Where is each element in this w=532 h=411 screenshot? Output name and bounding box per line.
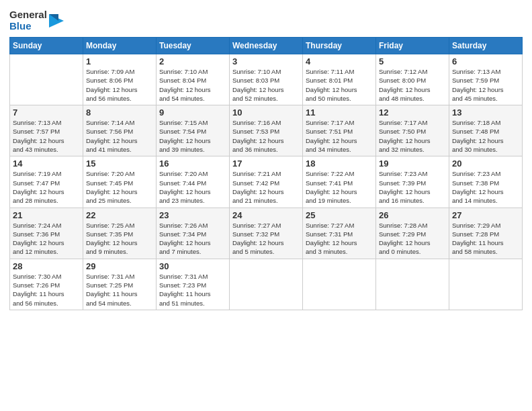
calendar-cell: 13Sunrise: 7:18 AMSunset: 7:48 PMDayligh… [449, 105, 523, 156]
calendar-cell [230, 259, 303, 310]
cell-info-text: Sunrise: 7:13 AMSunset: 7:57 PMDaylight:… [13, 118, 80, 154]
cell-day-number: 27 [452, 210, 519, 220]
calendar-cell: 8Sunrise: 7:14 AMSunset: 7:56 PMDaylight… [83, 105, 157, 156]
cell-day-number: 14 [13, 158, 80, 169]
calendar-cell: 4Sunrise: 7:11 AMSunset: 8:01 PMDaylight… [303, 54, 376, 105]
cell-info-text: Sunrise: 7:10 AMSunset: 8:03 PMDaylight:… [232, 67, 300, 103]
cell-day-number: 17 [232, 158, 300, 169]
cell-day-number: 26 [379, 210, 446, 220]
calendar-cell: 10Sunrise: 7:16 AMSunset: 7:53 PMDayligh… [230, 105, 303, 156]
cell-info-text: Sunrise: 7:17 AMSunset: 7:50 PMDaylight:… [379, 118, 446, 154]
calendar-cell: 17Sunrise: 7:21 AMSunset: 7:42 PMDayligh… [230, 156, 303, 208]
cell-info-text: Sunrise: 7:24 AMSunset: 7:36 PMDaylight:… [13, 221, 80, 257]
cell-info-text: Sunrise: 7:12 AMSunset: 8:00 PMDaylight:… [379, 67, 446, 103]
calendar-day-header: Saturday [449, 38, 523, 54]
calendar-cell: 2Sunrise: 7:10 AMSunset: 8:04 PMDaylight… [157, 54, 230, 105]
calendar-cell: 16Sunrise: 7:20 AMSunset: 7:44 PMDayligh… [157, 156, 230, 208]
cell-day-number: 24 [232, 210, 300, 220]
calendar-cell: 21Sunrise: 7:24 AMSunset: 7:36 PMDayligh… [10, 208, 83, 259]
calendar-cell: 28Sunrise: 7:30 AMSunset: 7:26 PMDayligh… [10, 259, 83, 310]
calendar-week-row: 1Sunrise: 7:09 AMSunset: 8:06 PMDaylight… [10, 54, 523, 105]
cell-info-text: Sunrise: 7:25 AMSunset: 7:35 PMDaylight:… [86, 221, 153, 257]
calendar-cell: 29Sunrise: 7:31 AMSunset: 7:25 PMDayligh… [83, 259, 157, 310]
cell-info-text: Sunrise: 7:10 AMSunset: 8:04 PMDaylight:… [159, 67, 226, 103]
calendar-week-row: 14Sunrise: 7:19 AMSunset: 7:47 PMDayligh… [10, 156, 523, 208]
calendar-cell [376, 259, 449, 310]
calendar-cell: 9Sunrise: 7:15 AMSunset: 7:54 PMDaylight… [157, 105, 230, 156]
cell-info-text: Sunrise: 7:31 AMSunset: 7:23 PMDaylight:… [159, 272, 226, 308]
cell-day-number: 18 [306, 158, 373, 169]
calendar-cell [303, 259, 376, 310]
cell-info-text: Sunrise: 7:27 AMSunset: 7:32 PMDaylight:… [232, 221, 300, 257]
calendar-cell: 22Sunrise: 7:25 AMSunset: 7:35 PMDayligh… [83, 208, 157, 259]
cell-info-text: Sunrise: 7:11 AMSunset: 8:01 PMDaylight:… [306, 67, 373, 103]
cell-info-text: Sunrise: 7:20 AMSunset: 7:45 PMDaylight:… [86, 169, 153, 205]
cell-day-number: 20 [452, 158, 519, 169]
calendar-cell: 14Sunrise: 7:19 AMSunset: 7:47 PMDayligh… [10, 156, 83, 208]
cell-day-number: 1 [86, 56, 153, 66]
cell-info-text: Sunrise: 7:28 AMSunset: 7:29 PMDaylight:… [379, 221, 446, 257]
calendar-cell: 23Sunrise: 7:26 AMSunset: 7:34 PMDayligh… [157, 208, 230, 259]
calendar-cell: 18Sunrise: 7:22 AMSunset: 7:41 PMDayligh… [303, 156, 376, 208]
calendar-cell: 6Sunrise: 7:13 AMSunset: 7:59 PMDaylight… [449, 54, 523, 105]
calendar-cell: 1Sunrise: 7:09 AMSunset: 8:06 PMDaylight… [83, 54, 157, 105]
cell-info-text: Sunrise: 7:16 AMSunset: 7:53 PMDaylight:… [232, 118, 300, 154]
cell-info-text: Sunrise: 7:22 AMSunset: 7:41 PMDaylight:… [306, 169, 373, 205]
cell-day-number: 2 [159, 56, 226, 66]
calendar-header-row: SundayMondayTuesdayWednesdayThursdayFrid… [10, 38, 523, 54]
cell-day-number: 7 [13, 107, 80, 118]
calendar-cell: 15Sunrise: 7:20 AMSunset: 7:45 PMDayligh… [83, 156, 157, 208]
calendar-cell: 5Sunrise: 7:12 AMSunset: 8:00 PMDaylight… [376, 54, 449, 105]
calendar-cell: 12Sunrise: 7:17 AMSunset: 7:50 PMDayligh… [376, 105, 449, 156]
cell-day-number: 12 [379, 107, 446, 118]
calendar-day-header: Wednesday [230, 38, 303, 54]
calendar-day-header: Sunday [10, 38, 83, 54]
cell-info-text: Sunrise: 7:15 AMSunset: 7:54 PMDaylight:… [159, 118, 226, 154]
cell-day-number: 15 [86, 158, 153, 169]
cell-day-number: 11 [306, 107, 373, 118]
cell-info-text: Sunrise: 7:17 AMSunset: 7:51 PMDaylight:… [306, 118, 373, 154]
logo-general-text: General [9, 9, 47, 21]
calendar-day-header: Thursday [303, 38, 376, 54]
cell-day-number: 29 [86, 261, 153, 271]
cell-info-text: Sunrise: 7:23 AMSunset: 7:39 PMDaylight:… [379, 169, 446, 205]
logo-blue-text: Blue [9, 21, 47, 32]
cell-day-number: 22 [86, 210, 153, 220]
cell-day-number: 21 [13, 210, 80, 220]
cell-day-number: 25 [306, 210, 373, 220]
calendar-week-row: 21Sunrise: 7:24 AMSunset: 7:36 PMDayligh… [10, 208, 523, 259]
calendar-cell: 20Sunrise: 7:23 AMSunset: 7:38 PMDayligh… [449, 156, 523, 208]
calendar-cell [10, 54, 83, 105]
cell-info-text: Sunrise: 7:30 AMSunset: 7:26 PMDaylight:… [13, 272, 80, 308]
cell-day-number: 3 [232, 56, 300, 66]
cell-info-text: Sunrise: 7:29 AMSunset: 7:28 PMDaylight:… [452, 221, 519, 257]
calendar-cell: 30Sunrise: 7:31 AMSunset: 7:23 PMDayligh… [157, 259, 230, 310]
calendar-cell: 27Sunrise: 7:29 AMSunset: 7:28 PMDayligh… [449, 208, 523, 259]
cell-day-number: 4 [306, 56, 373, 66]
cell-info-text: Sunrise: 7:27 AMSunset: 7:31 PMDaylight:… [306, 221, 373, 257]
calendar-cell: 11Sunrise: 7:17 AMSunset: 7:51 PMDayligh… [303, 105, 376, 156]
calendar-day-header: Tuesday [157, 38, 230, 54]
cell-day-number: 5 [379, 56, 446, 66]
logo-triangle-icon [49, 11, 64, 30]
cell-info-text: Sunrise: 7:20 AMSunset: 7:44 PMDaylight:… [159, 169, 226, 205]
calendar-week-row: 28Sunrise: 7:30 AMSunset: 7:26 PMDayligh… [10, 259, 523, 310]
cell-day-number: 10 [232, 107, 300, 118]
logo: General Blue [9, 9, 64, 32]
cell-info-text: Sunrise: 7:14 AMSunset: 7:56 PMDaylight:… [86, 118, 153, 154]
calendar-cell: 3Sunrise: 7:10 AMSunset: 8:03 PMDaylight… [230, 54, 303, 105]
calendar-cell: 24Sunrise: 7:27 AMSunset: 7:32 PMDayligh… [230, 208, 303, 259]
cell-day-number: 13 [452, 107, 519, 118]
cell-day-number: 19 [379, 158, 446, 169]
cell-info-text: Sunrise: 7:18 AMSunset: 7:48 PMDaylight:… [452, 118, 519, 154]
cell-info-text: Sunrise: 7:21 AMSunset: 7:42 PMDaylight:… [232, 169, 300, 205]
calendar-cell: 19Sunrise: 7:23 AMSunset: 7:39 PMDayligh… [376, 156, 449, 208]
calendar-day-header: Monday [83, 38, 157, 54]
calendar-day-header: Friday [376, 38, 449, 54]
calendar-cell [449, 259, 523, 310]
cell-day-number: 9 [159, 107, 226, 118]
header: General Blue [9, 7, 523, 32]
calendar-week-row: 7Sunrise: 7:13 AMSunset: 7:57 PMDaylight… [10, 105, 523, 156]
cell-info-text: Sunrise: 7:23 AMSunset: 7:38 PMDaylight:… [452, 169, 519, 205]
cell-day-number: 6 [452, 56, 519, 66]
